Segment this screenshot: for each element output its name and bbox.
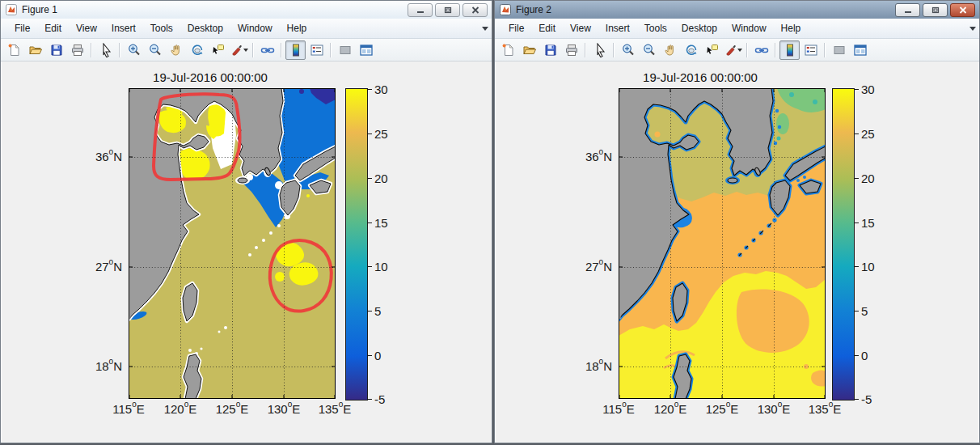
print-figure-button[interactable] — [561, 40, 581, 60]
menu-desktop[interactable]: Desktop — [674, 20, 724, 36]
insert-colorbar-icon — [783, 43, 797, 57]
close-button[interactable] — [950, 3, 975, 17]
menu-window[interactable]: Window — [724, 20, 774, 36]
edit-plot-button[interactable] — [589, 40, 610, 60]
toolbar — [495, 39, 979, 61]
x-tick-label: 120oE — [642, 401, 699, 416]
minimize-button[interactable] — [408, 3, 433, 17]
rotate-3d-button[interactable] — [681, 40, 701, 60]
colorbar-label: 10 — [374, 259, 407, 274]
menu-overflow-chevron-icon[interactable] — [482, 27, 488, 31]
hide-plot-tools-button[interactable] — [829, 40, 849, 60]
colorbar-tick — [855, 311, 859, 312]
new-figure-button[interactable] — [498, 40, 518, 60]
matlab-figure-icon — [500, 4, 511, 15]
y-tick-label: 27oN — [568, 259, 612, 275]
rotate-3d-button[interactable] — [187, 40, 207, 60]
menu-insert[interactable]: Insert — [598, 20, 637, 36]
colorbar-label: 0 — [861, 348, 893, 363]
colorbar-label: -5 — [861, 392, 893, 407]
data-cursor-icon — [705, 43, 720, 57]
restore-button[interactable] — [923, 3, 948, 17]
menu-view[interactable]: View — [563, 20, 598, 36]
menu-edit[interactable]: Edit — [531, 20, 563, 36]
show-plot-tools-dock-button[interactable] — [850, 40, 870, 60]
colorbar-tick — [855, 355, 859, 356]
zoom-out-button[interactable] — [639, 40, 659, 60]
open-file-button[interactable] — [25, 40, 45, 60]
toolbar-separator — [252, 43, 254, 57]
restore-button[interactable] — [435, 3, 460, 17]
menu-overflow-chevron-icon[interactable] — [969, 27, 976, 31]
menu-help[interactable]: Help — [774, 20, 809, 36]
brush-data-button[interactable] — [723, 40, 743, 60]
figure1-window: Figure 1 File Edit View Insert Tools Des… — [0, 0, 492, 443]
toolbar-separator — [330, 43, 332, 57]
edit-plot-button[interactable] — [95, 40, 116, 60]
brush-dropdown-caret-icon[interactable] — [243, 49, 248, 52]
colorbar-tick — [368, 311, 372, 312]
menu-bar: File Edit View Insert Tools Desktop Wind… — [1, 19, 492, 39]
toolbar-separator — [119, 43, 120, 57]
brush-dropdown-caret-icon[interactable] — [737, 49, 742, 52]
colorbar-label: 0 — [374, 348, 407, 363]
open-file-button[interactable] — [519, 40, 539, 60]
insert-legend-button[interactable] — [800, 40, 821, 60]
data-cursor-button[interactable] — [702, 40, 722, 60]
hide-plot-tools-button[interactable] — [335, 40, 355, 60]
menu-tools[interactable]: Tools — [143, 20, 180, 36]
colorbar-label: 30 — [374, 82, 407, 97]
toolbar — [1, 39, 492, 61]
colorbar-tick — [368, 178, 372, 179]
minimize-button[interactable] — [895, 3, 920, 17]
show-plot-tools-dock-button[interactable] — [356, 40, 376, 60]
new-figure-icon — [7, 43, 22, 57]
save-figure-button[interactable] — [46, 40, 66, 60]
colorbar-tick — [368, 89, 372, 90]
pan-button[interactable] — [166, 40, 186, 60]
brush-data-button[interactable] — [229, 40, 249, 60]
menu-window[interactable]: Window — [230, 20, 280, 36]
menu-insert[interactable]: Insert — [104, 20, 143, 36]
zoom-out-button[interactable] — [145, 40, 165, 60]
close-button[interactable] — [463, 3, 488, 17]
plot-title: 19-Jul-2016 00:00:00 — [597, 70, 804, 84]
titlebar[interactable]: Figure 1 — [1, 1, 492, 19]
x-tick-label: 120oE — [152, 401, 209, 416]
colorbar-tick — [368, 355, 372, 356]
colorbar-label: 10 — [861, 259, 893, 274]
zoom-in-icon — [127, 43, 142, 57]
data-cursor-button[interactable] — [208, 40, 228, 60]
zoom-in-button[interactable] — [124, 40, 144, 60]
menu-view[interactable]: View — [69, 20, 104, 36]
new-figure-button[interactable] — [4, 40, 24, 60]
sst-map-fig2[interactable] — [619, 88, 826, 399]
insert-colorbar-button[interactable] — [779, 40, 800, 60]
menu-file[interactable]: File — [501, 20, 531, 36]
toolbar-separator — [91, 43, 92, 57]
print-figure-button[interactable] — [67, 40, 87, 60]
link-plot-button[interactable] — [751, 40, 771, 60]
save-figure-icon — [543, 43, 558, 57]
window-title: Figure 1 — [22, 4, 57, 15]
insert-legend-button[interactable] — [306, 40, 327, 60]
menu-edit[interactable]: Edit — [37, 20, 69, 36]
save-figure-button[interactable] — [540, 40, 560, 60]
sst-map-fig1[interactable] — [129, 88, 336, 399]
x-tick-label: 115oE — [100, 401, 157, 416]
edit-plot-icon — [99, 43, 113, 57]
plot-area: 19-Jul-2016 00:00:00 — [129, 70, 408, 436]
show-plot-tools-dock-icon — [359, 43, 374, 57]
colorbar-tick — [855, 399, 859, 400]
titlebar[interactable]: Figure 2 — [495, 1, 979, 19]
edit-plot-icon — [593, 43, 607, 57]
menu-desktop[interactable]: Desktop — [180, 20, 230, 36]
insert-colorbar-button[interactable] — [285, 40, 306, 60]
x-tick-label: 115oE — [590, 401, 647, 416]
menu-tools[interactable]: Tools — [637, 20, 674, 36]
pan-button[interactable] — [660, 40, 680, 60]
zoom-in-button[interactable] — [618, 40, 638, 60]
link-plot-button[interactable] — [257, 40, 277, 60]
menu-file[interactable]: File — [7, 20, 37, 36]
menu-help[interactable]: Help — [280, 20, 315, 36]
